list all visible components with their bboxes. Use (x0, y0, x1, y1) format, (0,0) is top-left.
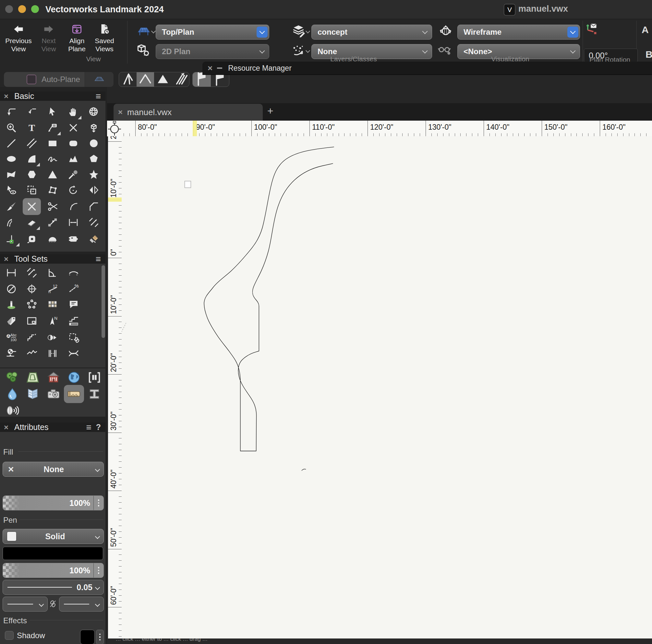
tool-cat-planting[interactable] (2, 368, 22, 387)
pen-style-dropdown[interactable]: Solid (3, 529, 104, 544)
ruler-origin-corner[interactable] (107, 121, 122, 137)
tool-selection[interactable] (44, 104, 62, 120)
fill-opacity-menu-icon[interactable] (93, 496, 104, 510)
tool-move-by-points[interactable] (44, 214, 62, 231)
tool-fillet[interactable] (64, 198, 82, 215)
previous-view-button[interactable]: PreviousView (2, 23, 35, 53)
minimize-button[interactable] (18, 5, 26, 13)
render-style-chevron-icon[interactable] (567, 46, 578, 57)
tool-cat-gis[interactable] (64, 368, 84, 387)
tool-ts-stair[interactable] (23, 329, 41, 346)
layers-icon[interactable] (291, 24, 305, 39)
projection-cube-icon[interactable] (136, 43, 151, 59)
attributes-menu-icon[interactable]: ≡ (86, 422, 91, 432)
tool-sets-close-icon[interactable]: × (4, 255, 8, 263)
tool-oval[interactable] (2, 150, 21, 167)
attributes-close-icon[interactable]: × (4, 423, 8, 432)
tool-ts-viewport[interactable] (23, 313, 41, 330)
class-options-chevron-icon[interactable] (305, 48, 311, 54)
selection-rectangle[interactable] (185, 181, 191, 188)
render-teapot-icon[interactable] (439, 23, 453, 38)
tool-3d-dragger[interactable] (85, 119, 103, 136)
tool-ts-partial[interactable] (23, 361, 41, 367)
tool-ts-arc-dim[interactable] (64, 264, 83, 281)
tool-ts-text-scale[interactable]: AAbc100 (2, 329, 21, 346)
tool-callout[interactable] (44, 119, 62, 136)
resource-manager-close-icon[interactable]: × (208, 63, 213, 73)
auto-plane-checkbox[interactable] (27, 75, 36, 84)
tool-cat-dims-notes[interactable] (64, 385, 84, 403)
tool-line[interactable] (2, 135, 21, 152)
tool-ts-dim-diag[interactable] (23, 264, 41, 281)
tool-ts-note[interactable] (64, 296, 83, 313)
tool-pan[interactable] (64, 104, 82, 120)
shadow-checkbox[interactable] (5, 631, 13, 640)
render-style-glasses-icon[interactable] (437, 43, 452, 59)
layers-chevron-icon[interactable] (305, 29, 311, 34)
tool-cat-details[interactable] (84, 368, 105, 387)
tool-ts-angle[interactable] (44, 264, 62, 281)
tool-cat-camera[interactable] (44, 385, 63, 403)
tool-attribute-mapping[interactable] (85, 230, 103, 247)
vertex-mode-cubic-button[interactable] (154, 72, 171, 87)
close-button[interactable] (5, 5, 13, 13)
tool-ts-site-mod[interactable] (23, 296, 41, 313)
view-mode-chevron-icon[interactable] (256, 27, 268, 38)
tool-split[interactable] (44, 198, 62, 215)
tool-ts-breakline[interactable] (23, 345, 41, 362)
projection-chevron-icon[interactable] (256, 46, 268, 57)
render-mode-chevron-icon[interactable] (567, 27, 578, 38)
tool-ts-dim[interactable] (2, 264, 21, 281)
edge-panel-letter-a[interactable]: A (642, 24, 649, 35)
tool-trim[interactable] (23, 198, 41, 215)
tool-cat-machine[interactable] (2, 401, 22, 417)
line-weight-dropdown[interactable]: 0.05 (3, 580, 104, 595)
tool-ts-refmark[interactable] (64, 329, 83, 346)
resource-manager-titlebar[interactable]: × Resource Manager (202, 62, 652, 75)
tool-connector[interactable] (64, 230, 82, 247)
basic-close-icon[interactable]: × (4, 92, 8, 101)
tool-ts-partial[interactable] (64, 361, 83, 367)
broken-link-icon[interactable] (48, 597, 58, 610)
tool-ts-grid[interactable] (44, 296, 62, 313)
tool-freehand[interactable] (44, 150, 62, 167)
tool-dim-diagonal[interactable] (85, 214, 103, 231)
resource-manager-minimize-icon[interactable] (217, 67, 222, 69)
class-chevron-icon[interactable] (419, 46, 431, 57)
tool-protractor[interactable] (44, 230, 62, 247)
auto-plane-plane-button[interactable] (85, 72, 113, 87)
vertex-mode-bezier-button[interactable] (137, 72, 154, 87)
tool-polyline[interactable] (64, 150, 82, 167)
basic-menu-icon[interactable]: ≡ (96, 91, 101, 102)
layer-chevron-icon[interactable] (419, 27, 431, 38)
tool-circle[interactable] (85, 135, 103, 152)
tool-ts-section[interactable] (44, 329, 62, 346)
tool-flyover[interactable] (85, 104, 103, 120)
tool-ts-stake[interactable] (2, 296, 21, 313)
tool-cat-irrigation[interactable] (2, 385, 22, 403)
tool-ts-tag[interactable] (2, 313, 21, 330)
tool-eyedropper[interactable] (64, 166, 82, 183)
tool-datum-snap[interactable] (2, 230, 21, 247)
tool-double-line[interactable] (23, 135, 41, 152)
tool-knife[interactable] (2, 198, 21, 215)
tool-ts-partial[interactable] (2, 361, 21, 367)
tool-eraser[interactable] (23, 214, 41, 231)
tool-ts-partial[interactable] (44, 361, 62, 367)
new-tab-button[interactable]: + (267, 105, 273, 117)
tab-close-icon[interactable]: × (118, 108, 123, 117)
line-style-dropdown[interactable] (3, 597, 48, 612)
tool-star[interactable] (85, 166, 103, 183)
tool-reshape[interactable] (2, 166, 21, 183)
pen-opacity-slider[interactable]: 100% (3, 563, 104, 578)
tool-arc[interactable] (23, 150, 41, 167)
polyline-shape[interactable] (204, 147, 334, 451)
tool-ts-diameter[interactable] (2, 280, 21, 297)
attributes-help-icon[interactable]: ? (96, 422, 101, 432)
tool-rotate[interactable] (64, 181, 82, 198)
shadow-color-swatch[interactable] (80, 630, 95, 644)
render-mode-dropdown[interactable]: Wireframe (457, 25, 580, 39)
tool-regular-polygon[interactable] (23, 166, 41, 183)
tool-ts-survey[interactable] (64, 313, 83, 330)
line-end-style-dropdown[interactable] (59, 597, 104, 612)
